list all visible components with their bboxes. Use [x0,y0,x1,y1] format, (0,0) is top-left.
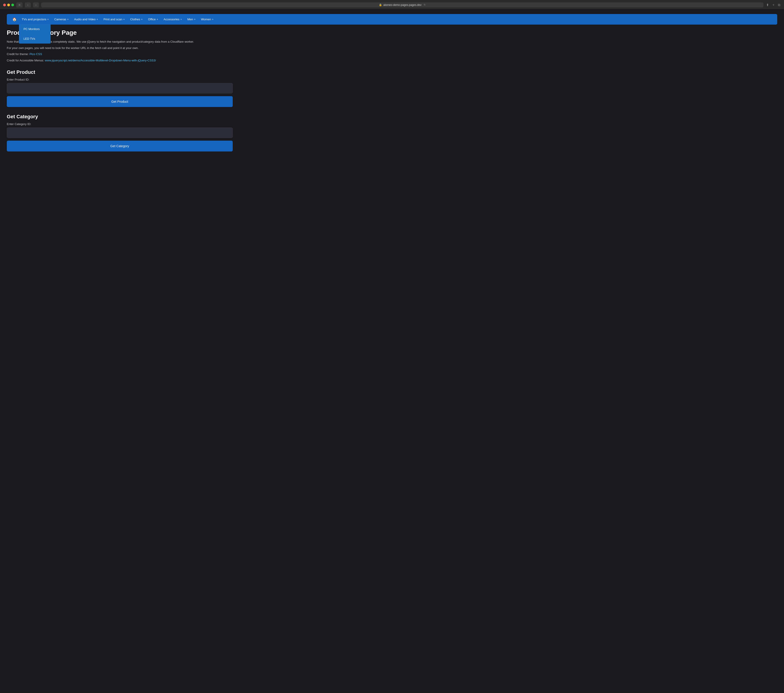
add-tab-button[interactable]: ＋ [771,2,776,7]
credit-theme: Credit for theme: Pico CSS [7,52,233,56]
cameras-nav-plus: + [67,18,69,21]
clothes-nav-label: Clothes [130,18,140,21]
back-button[interactable]: ‹ [25,2,31,7]
cameras-nav-item[interactable]: Cameras + [51,15,71,24]
traffic-lights [3,3,14,6]
reload-icon: ↻ [423,3,426,6]
get-category-section: Get Category Enter Category ID: Get Cate… [7,114,233,151]
main-content: Product Category Page Note that the html… [7,25,233,151]
close-button[interactable] [3,3,6,6]
accessories-nav-label: Accessories [163,18,180,21]
women-nav-item[interactable]: Women + [198,15,216,24]
category-id-label: Enter Category ID: [7,122,233,126]
forward-button[interactable]: › [33,2,39,7]
tvs-nav-label: TVs and projectors [22,18,46,21]
accessories-nav-item[interactable]: Accessories + [161,15,184,24]
navbar: 🏠 TVs and projectors + PC Monitors LED T… [7,14,777,25]
led-tvs-item[interactable]: LED TVs [19,34,51,44]
men-nav-label: Men [187,18,193,21]
maximize-button[interactable] [11,3,14,6]
tvs-nav-item[interactable]: TVs and projectors + [19,15,51,24]
women-nav-label: Women [201,18,211,21]
tabs-button[interactable]: ⧉ [777,2,781,7]
pc-monitors-item[interactable]: PC Monitors [19,24,51,34]
get-product-section: Get Product Enter Product ID: Get Produc… [7,69,233,107]
clothes-nav-plus: + [141,18,143,21]
clothes-nav-item[interactable]: Clothes + [127,15,145,24]
tvs-dropdown-menu: PC Monitors LED TVs [19,24,51,44]
credit-menus-prefix: Credit for Accessible Menus: [7,59,45,62]
pico-css-link[interactable]: Pico CSS [30,53,42,56]
men-nav-item[interactable]: Men + [184,15,198,24]
print-nav-plus: + [123,18,125,21]
men-nav-plus: + [194,18,196,21]
category-id-input[interactable] [7,128,233,138]
share-button[interactable]: ⬆ [766,2,769,7]
tvs-nav-plus: + [47,18,49,21]
office-nav-item[interactable]: Office + [145,15,161,24]
office-nav-label: Office [148,18,156,21]
url-text: akeneo-demo-pages.pages.dev [384,3,422,7]
print-nav-label: Print and scan [104,18,122,21]
lock-icon: 🔒 [379,3,382,6]
get-product-button[interactable]: Get Product [7,96,233,107]
sidebar-toggle-button[interactable]: ⊞ [16,2,23,7]
minimize-button[interactable] [7,3,10,6]
credit-menus: Credit for Accessible Menus: www.jquerys… [7,58,233,63]
get-category-button[interactable]: Get Category [7,141,233,151]
women-nav-plus: + [212,18,214,21]
get-product-title: Get Product [7,69,233,75]
tvs-nav-dropdown-container: TVs and projectors + PC Monitors LED TVs [19,15,51,24]
audio-nav-label: Audio and Video [74,18,96,21]
print-nav-item[interactable]: Print and scan + [101,15,127,24]
page-wrapper: 🏠 TVs and projectors + PC Monitors LED T… [0,10,784,691]
browser-chrome: ⊞ ‹ › 🔒 akeneo-demo-pages.pages.dev ↻ ⬆ … [0,0,784,10]
accessible-menus-link[interactable]: www.jqueryscript.net/demo/Accessible-Mul… [45,59,156,62]
cameras-nav-label: Cameras [54,18,66,21]
credit-theme-prefix: Credit for theme: [7,53,30,56]
product-id-label: Enter Product ID: [7,78,233,81]
audio-nav-plus: + [97,18,98,21]
product-id-input[interactable] [7,83,233,94]
audio-nav-item[interactable]: Audio and Video + [71,15,101,24]
browser-actions: ⬆ ＋ ⧉ [766,2,781,7]
accessories-nav-plus: + [180,18,182,21]
address-bar[interactable]: 🔒 akeneo-demo-pages.pages.dev ↻ [41,2,763,7]
description-2: For your own pages, you will need to loo… [7,46,233,50]
get-category-title: Get Category [7,114,233,120]
home-nav-item[interactable]: 🏠 [10,14,19,25]
office-nav-plus: + [156,18,158,21]
